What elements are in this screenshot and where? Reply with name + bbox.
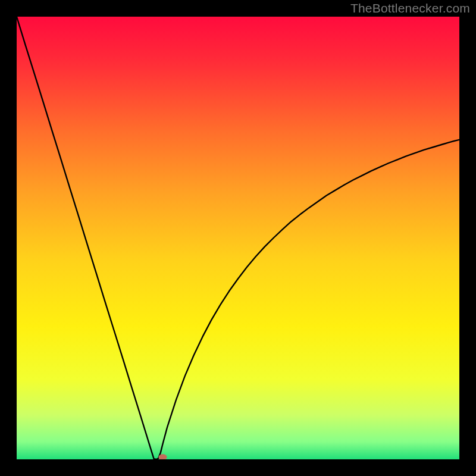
gradient-background xyxy=(17,17,459,459)
chart-svg xyxy=(17,17,459,459)
plot-area xyxy=(17,17,459,459)
watermark-text: TheBottlenecker.com xyxy=(350,1,470,15)
chart-frame: TheBottlenecker.com xyxy=(0,0,476,476)
